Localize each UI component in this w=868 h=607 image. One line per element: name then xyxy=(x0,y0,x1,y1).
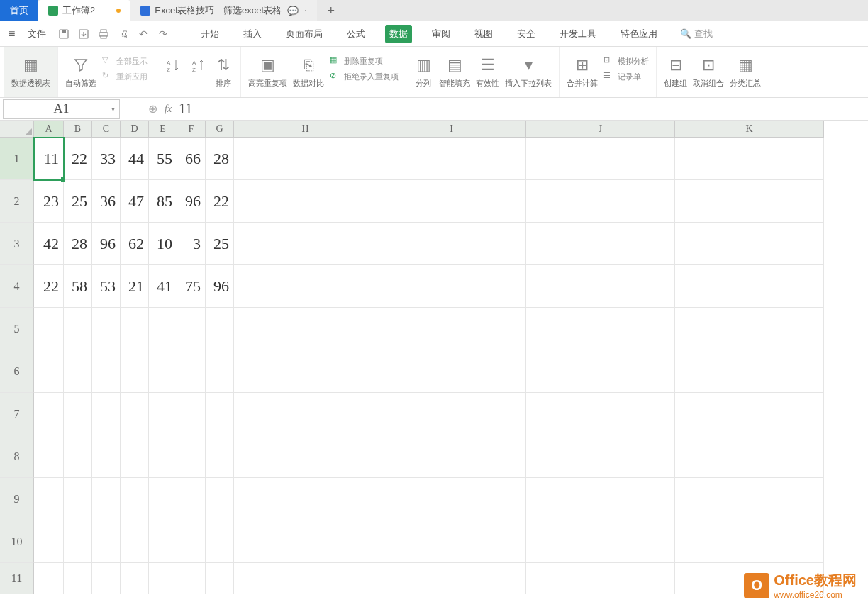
menu-data[interactable]: 数据 xyxy=(385,25,412,43)
tab-home[interactable]: 首页 xyxy=(0,0,38,21)
cell-I8[interactable] xyxy=(377,435,526,478)
cell-A8[interactable] xyxy=(34,435,64,478)
cell-G11[interactable] xyxy=(206,563,234,594)
menu-layout[interactable]: 页面布局 xyxy=(282,25,327,43)
cell-F10[interactable] xyxy=(177,520,206,563)
cell-G5[interactable] xyxy=(206,308,234,350)
cell-I9[interactable] xyxy=(377,478,526,520)
ungroup-button[interactable]: ⊡取消组合 xyxy=(693,55,724,89)
row-header-5[interactable]: 5 xyxy=(0,308,34,350)
cell-H10[interactable] xyxy=(234,520,377,563)
cell-E10[interactable] xyxy=(149,520,177,563)
cell-F6[interactable] xyxy=(177,350,206,393)
cell-B10[interactable] xyxy=(64,520,92,563)
cell-I1[interactable] xyxy=(377,138,526,180)
row-header-7[interactable]: 7 xyxy=(0,393,34,435)
cell-K6[interactable] xyxy=(675,350,824,393)
name-box[interactable]: A1 ▾ xyxy=(3,99,120,119)
cell-H1[interactable] xyxy=(234,138,377,180)
cell-E3[interactable]: 10 xyxy=(149,223,177,265)
cell-A11[interactable] xyxy=(34,563,64,594)
cell-A5[interactable] xyxy=(34,308,64,350)
cell-K1[interactable] xyxy=(675,138,824,180)
cell-B4[interactable]: 58 xyxy=(64,265,92,308)
cell-I11[interactable] xyxy=(377,563,526,594)
cell-A6[interactable] xyxy=(34,350,64,393)
cell-J10[interactable] xyxy=(526,520,675,563)
cell-C5[interactable] xyxy=(92,308,121,350)
hamburger-icon[interactable]: ≡ xyxy=(6,28,18,40)
cell-J1[interactable] xyxy=(526,138,675,180)
cell-H11[interactable] xyxy=(234,563,377,594)
cell-A9[interactable] xyxy=(34,478,64,520)
cell-I4[interactable] xyxy=(377,265,526,308)
sort-button[interactable]: ⇅排序 xyxy=(213,55,233,89)
print-preview-icon[interactable]: 🖨 xyxy=(116,26,131,42)
cell-B8[interactable] xyxy=(64,435,92,478)
cell-B7[interactable] xyxy=(64,393,92,435)
group-button[interactable]: ⊟创建组 xyxy=(664,55,687,89)
cell-H6[interactable] xyxy=(234,350,377,393)
row-header-2[interactable]: 2 xyxy=(0,180,34,223)
tab-workbook[interactable]: 工作簿2 xyxy=(38,0,130,21)
cell-C2[interactable]: 36 xyxy=(92,180,121,223)
menu-security[interactable]: 安全 xyxy=(513,25,540,43)
cell-E6[interactable] xyxy=(149,350,177,393)
cell-C1[interactable]: 33 xyxy=(92,138,121,180)
cell-E5[interactable] xyxy=(149,308,177,350)
cell-E2[interactable]: 85 xyxy=(149,180,177,223)
cell-D10[interactable] xyxy=(121,520,149,563)
cell-G8[interactable] xyxy=(206,435,234,478)
autofilter-button[interactable]: 自动筛选 xyxy=(65,55,96,89)
cell-D11[interactable] xyxy=(121,563,149,594)
row-header-6[interactable]: 6 xyxy=(0,350,34,393)
cell-H8[interactable] xyxy=(234,435,377,478)
redo-icon[interactable]: ↷ xyxy=(155,26,171,42)
cell-A4[interactable]: 22 xyxy=(34,265,64,308)
validation-button[interactable]: ☰有效性 xyxy=(476,55,499,89)
row-header-11[interactable]: 11 xyxy=(0,563,34,594)
select-all-corner[interactable] xyxy=(0,121,34,138)
cell-I5[interactable] xyxy=(377,308,526,350)
column-header-G[interactable]: G xyxy=(206,121,234,138)
cell-H3[interactable] xyxy=(234,223,377,265)
consolidate-button[interactable]: ⊞合并计算 xyxy=(567,55,598,89)
column-header-F[interactable]: F xyxy=(177,121,206,138)
cell-F9[interactable] xyxy=(177,478,206,520)
cell-H5[interactable] xyxy=(234,308,377,350)
cell-J3[interactable] xyxy=(526,223,675,265)
cell-J8[interactable] xyxy=(526,435,675,478)
cell-E4[interactable]: 41 xyxy=(149,265,177,308)
cell-H7[interactable] xyxy=(234,393,377,435)
cell-A3[interactable]: 42 xyxy=(34,223,64,265)
tab-close-icon[interactable]: ⋅ xyxy=(304,6,307,16)
column-header-E[interactable]: E xyxy=(149,121,177,138)
cell-D5[interactable] xyxy=(121,308,149,350)
menu-view[interactable]: 视图 xyxy=(470,25,497,43)
cell-E9[interactable] xyxy=(149,478,177,520)
cell-K10[interactable] xyxy=(675,520,824,563)
name-box-dropdown-icon[interactable]: ▾ xyxy=(111,105,115,113)
cell-D7[interactable] xyxy=(121,393,149,435)
text-to-columns-button[interactable]: ▥分列 xyxy=(413,55,433,89)
highlight-dup-button[interactable]: ▣高亮重复项 xyxy=(248,55,287,89)
cell-G10[interactable] xyxy=(206,520,234,563)
row-header-10[interactable]: 10 xyxy=(0,520,34,563)
cell-C4[interactable]: 53 xyxy=(92,265,121,308)
row-header-1[interactable]: 1 xyxy=(0,138,34,180)
row-header-4[interactable]: 4 xyxy=(0,265,34,308)
remove-dup-button[interactable]: ▦删除重复项 xyxy=(330,55,399,67)
cell-A1[interactable]: 11 xyxy=(34,138,64,180)
row-header-8[interactable]: 8 xyxy=(0,435,34,478)
cell-C10[interactable] xyxy=(92,520,121,563)
menu-devtools[interactable]: 开发工具 xyxy=(555,25,601,43)
sort-asc-button[interactable]: AZ xyxy=(162,55,182,89)
cell-J11[interactable] xyxy=(526,563,675,594)
cell-G9[interactable] xyxy=(206,478,234,520)
cell-D1[interactable]: 44 xyxy=(121,138,149,180)
cell-J9[interactable] xyxy=(526,478,675,520)
cell-F1[interactable]: 66 xyxy=(177,138,206,180)
cell-C8[interactable] xyxy=(92,435,121,478)
cell-B11[interactable] xyxy=(64,563,92,594)
formula-input[interactable] xyxy=(179,101,817,117)
